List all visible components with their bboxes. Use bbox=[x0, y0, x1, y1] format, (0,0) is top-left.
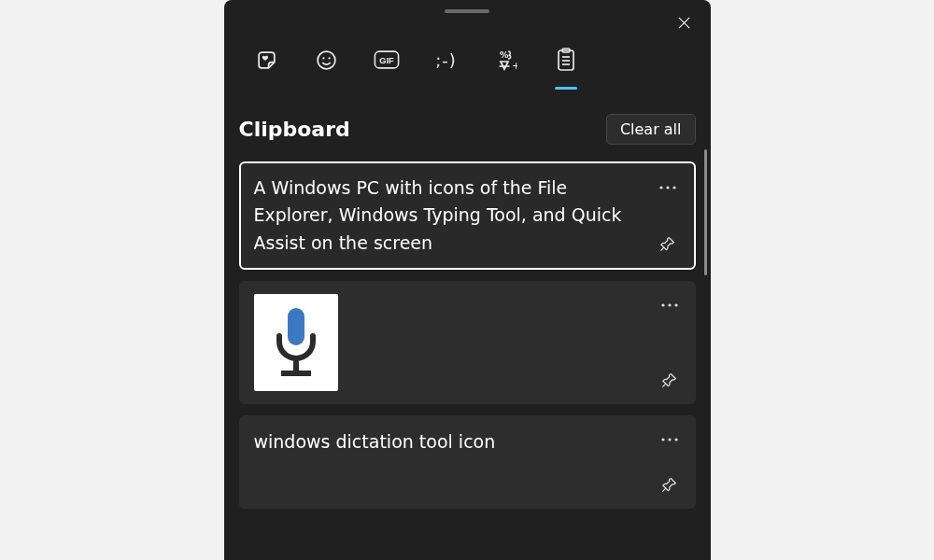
pin-button[interactable] bbox=[657, 471, 683, 497]
svg-point-21 bbox=[674, 304, 677, 307]
svg-point-14 bbox=[672, 186, 675, 189]
section-header: Clipboard Clear all bbox=[224, 77, 711, 145]
clipboard-item[interactable]: A Windows PC with icons of the File Expl… bbox=[239, 161, 696, 270]
svg-text:+: + bbox=[512, 60, 517, 71]
tab-kaomoji[interactable]: ;-) bbox=[433, 43, 460, 77]
svg-rect-16 bbox=[288, 308, 304, 345]
clear-all-button[interactable]: Clear all bbox=[606, 114, 696, 145]
tab-symbols[interactable]: %+ bbox=[493, 43, 519, 77]
symbols-icon: %+ bbox=[495, 49, 517, 71]
clipboard-list: A Windows PC with icons of the File Expl… bbox=[224, 145, 711, 537]
svg-line-26 bbox=[662, 487, 666, 491]
ellipsis-icon bbox=[661, 303, 678, 307]
gif-icon: GIF bbox=[374, 49, 400, 70]
clipboard-item-text: windows dictation tool icon bbox=[254, 428, 496, 496]
more-button[interactable] bbox=[655, 175, 681, 201]
pin-button[interactable] bbox=[655, 231, 681, 257]
svg-line-15 bbox=[660, 246, 664, 250]
svg-text:GIF: GIF bbox=[379, 56, 394, 65]
scrollbar[interactable] bbox=[704, 149, 707, 275]
ellipsis-icon bbox=[659, 186, 676, 189]
svg-line-22 bbox=[662, 383, 666, 386]
svg-point-13 bbox=[666, 186, 669, 189]
pin-icon bbox=[660, 371, 678, 389]
tab-gif[interactable]: GIF bbox=[374, 43, 400, 77]
clipboard-item-image bbox=[254, 294, 338, 391]
sticker-heart-icon bbox=[255, 49, 278, 72]
svg-point-25 bbox=[674, 439, 677, 441]
ellipsis-icon bbox=[661, 438, 678, 441]
more-button[interactable] bbox=[657, 292, 683, 318]
category-tabs: GIF ;-) %+ bbox=[224, 13, 711, 77]
clipboard-icon bbox=[556, 48, 576, 72]
clipboard-item[interactable]: windows dictation tool icon bbox=[239, 415, 696, 509]
pin-icon bbox=[660, 476, 678, 494]
clipboard-item-text: A Windows PC with icons of the File Expl… bbox=[254, 175, 637, 257]
tab-clipboard[interactable] bbox=[553, 43, 579, 77]
tab-recent[interactable] bbox=[254, 43, 280, 77]
svg-point-23 bbox=[661, 439, 664, 441]
pin-button[interactable] bbox=[657, 367, 683, 393]
microphone-icon bbox=[268, 304, 324, 381]
more-button[interactable] bbox=[657, 427, 683, 453]
svg-point-20 bbox=[668, 304, 671, 307]
tab-emoji[interactable] bbox=[314, 43, 340, 77]
svg-point-24 bbox=[668, 439, 671, 441]
clipboard-item-actions bbox=[657, 427, 683, 497]
clipboard-item-actions bbox=[655, 175, 681, 257]
close-icon bbox=[677, 16, 691, 30]
pin-icon bbox=[658, 235, 676, 253]
svg-point-12 bbox=[659, 186, 662, 189]
emoji-icon bbox=[315, 49, 338, 72]
emoji-clipboard-panel: GIF ;-) %+ Clipboard Clear all A Windows… bbox=[224, 0, 711, 560]
svg-point-19 bbox=[661, 304, 664, 307]
section-title: Clipboard bbox=[239, 118, 350, 141]
close-button[interactable] bbox=[673, 11, 696, 34]
svg-text:%: % bbox=[500, 49, 509, 60]
svg-point-1 bbox=[322, 57, 324, 59]
svg-point-0 bbox=[318, 51, 335, 69]
clipboard-item[interactable] bbox=[239, 281, 696, 404]
svg-point-2 bbox=[328, 57, 330, 59]
clipboard-item-actions bbox=[657, 292, 683, 393]
